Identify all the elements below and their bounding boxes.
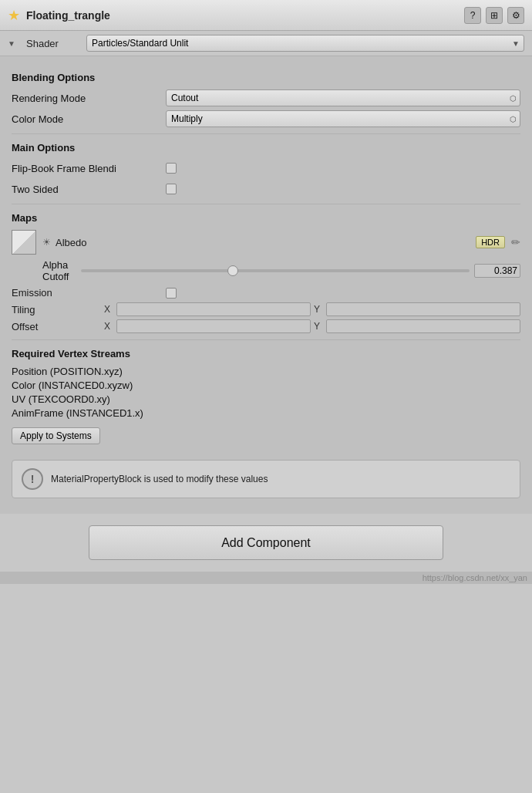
shader-select-wrapper: Particles/Standard Unlit Particles/Stand…: [86, 35, 524, 52]
albedo-row: ☀ Albedo HDR ✏: [12, 230, 520, 255]
rendering-mode-select[interactable]: Cutout Opaque Fade Transparent: [166, 89, 520, 106]
settings-icon-btn[interactable]: ⚙: [507, 7, 524, 24]
offset-xy-group: X 0 Y 0: [104, 319, 520, 333]
two-sided-label: Two Sided: [12, 184, 166, 195]
color-mode-select[interactable]: Multiply Additive Subtractive Overlay: [166, 110, 520, 127]
shader-row: ▼ Shader Particles/Standard Unlit Partic…: [0, 31, 532, 56]
tiling-label: Tiling: [12, 304, 104, 316]
title-bar-icons: ? ⊞ ⚙: [464, 7, 524, 24]
alpha-cutoff-slider[interactable]: [81, 269, 470, 272]
flipbook-checkbox[interactable]: [166, 163, 177, 174]
pencil-icon[interactable]: ✏: [511, 236, 520, 248]
emission-label: Emission: [12, 287, 166, 299]
maps-header: Maps: [12, 212, 520, 224]
title-bar-left: ★ Floating_trangle: [8, 7, 110, 24]
title-bar: ★ Floating_trangle ? ⊞ ⚙: [0, 0, 532, 31]
tiling-xy-group: X 1 Y 1: [104, 302, 520, 316]
tiling-x-input[interactable]: 1: [116, 302, 311, 316]
rendering-mode-label: Rendering Mode: [12, 93, 166, 104]
apply-to-systems-button[interactable]: Apply to Systems: [12, 427, 100, 444]
add-component-area: Add Component: [0, 514, 532, 572]
info-text: MaterialPropertyBlock is used to modify …: [51, 474, 268, 484]
alpha-cutoff-value[interactable]: [474, 264, 520, 278]
star-icon[interactable]: ★: [8, 7, 20, 24]
help-icon-btn[interactable]: ?: [464, 7, 481, 24]
color-mode-label: Color Mode: [12, 113, 166, 125]
main-content: Blending Options Rendering Mode Cutout O…: [0, 56, 532, 514]
info-icon: !: [22, 468, 43, 490]
tiling-x-label: X: [104, 304, 113, 315]
two-sided-row: Two Sided: [12, 181, 520, 197]
tiling-row: Tiling X 1 Y 1: [12, 302, 520, 316]
offset-x-label: X: [104, 321, 113, 332]
two-sided-checkbox[interactable]: [166, 184, 177, 194]
albedo-thumbnail[interactable]: [12, 230, 36, 255]
offset-x-input[interactable]: 0: [116, 319, 311, 333]
info-box: ! MaterialPropertyBlock is used to modif…: [12, 460, 520, 498]
offset-y-label: Y: [314, 321, 323, 332]
vertex-item-1: Color (INSTANCED0.xyzw): [12, 380, 520, 391]
offset-y-input[interactable]: 0: [326, 319, 520, 333]
vertex-item-3: AnimFrame (INSTANCED1.x): [12, 407, 520, 419]
rendering-mode-dropdown-wrapper: Cutout Opaque Fade Transparent ⬡: [166, 89, 520, 106]
credit-text: https://blog.csdn.net/xx_yan: [0, 572, 532, 584]
separator-1: [12, 133, 520, 134]
shader-select[interactable]: Particles/Standard Unlit Particles/Stand…: [86, 35, 524, 52]
vertex-streams-header: Required Vertex Streams: [12, 348, 520, 359]
shader-expand-arrow[interactable]: ▼: [8, 39, 20, 48]
hdr-button[interactable]: HDR: [476, 236, 505, 248]
window-title: Floating_trangle: [26, 9, 110, 22]
rendering-mode-row: Rendering Mode Cutout Opaque Fade Transp…: [12, 89, 520, 106]
color-mode-row: Color Mode Multiply Additive Subtractive…: [12, 110, 520, 127]
separator-3: [12, 339, 520, 340]
emission-row: Emission: [12, 287, 520, 299]
alpha-cutoff-row: Alpha Cutoff: [12, 259, 520, 282]
alpha-cutoff-label: Alpha Cutoff: [12, 259, 81, 282]
albedo-sun-icon: ☀: [42, 237, 51, 248]
color-mode-dropdown-wrapper: Multiply Additive Subtractive Overlay ⬡: [166, 110, 520, 127]
add-component-button[interactable]: Add Component: [89, 525, 443, 560]
offset-row: Offset X 0 Y 0: [12, 319, 520, 333]
vertex-streams-section: Required Vertex Streams Position (POSITI…: [12, 348, 520, 452]
main-options-header: Main Options: [12, 142, 520, 154]
tiling-y-label: Y: [314, 304, 323, 315]
shader-label: Shader: [26, 38, 80, 49]
tiling-y-input[interactable]: 1: [326, 302, 520, 316]
albedo-controls: ☀ Albedo: [42, 237, 86, 248]
albedo-label: Albedo: [56, 237, 86, 248]
vertex-item-0: Position (POSITION.xyz): [12, 366, 520, 377]
flipbook-row: Flip-Book Frame Blendi: [12, 160, 520, 177]
blending-options-header: Blending Options: [12, 72, 520, 83]
flipbook-label: Flip-Book Frame Blendi: [12, 163, 166, 174]
grid-icon-btn[interactable]: ⊞: [486, 7, 503, 24]
offset-label: Offset: [12, 321, 104, 332]
vertex-item-2: UV (TEXCOORD0.xy): [12, 393, 520, 405]
separator-2: [12, 204, 520, 204]
emission-checkbox[interactable]: [166, 288, 177, 299]
